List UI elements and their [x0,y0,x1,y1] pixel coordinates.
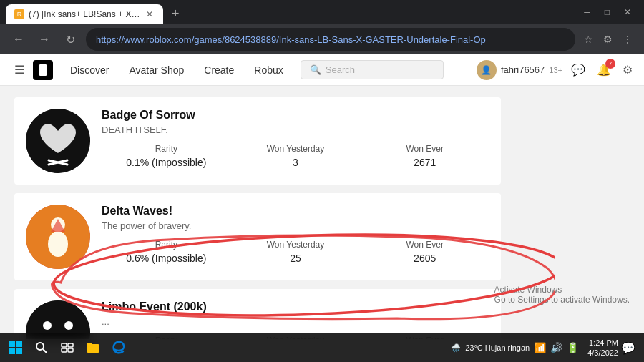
ever-label-2: Won Ever [360,240,489,250]
stat-yesterday-sorrow: Won Yesterday 3 [231,144,361,168]
yesterday-value: 3 [231,157,361,168]
svg-rect-26 [68,348,73,352]
badge-name-limbo: Limbo Event (200k) [102,300,489,313]
address-input[interactable] [86,28,575,51]
stat-ever-delta: Won Ever 2605 [360,240,489,264]
taskbar-right: 🌧️ 23°C Hujan ringan 📶 🔊 🔋 1:24 PM 4/3/2… [451,338,641,358]
svg-line-22 [43,349,47,353]
ever-value-2: 2605 [360,253,489,264]
username: fahri76567 [501,64,545,75]
badge-desc-limbo: ... [102,316,489,327]
new-tab-button[interactable]: + [166,4,185,24]
svg-rect-20 [16,348,22,354]
minimize-button[interactable]: ─ [577,4,597,20]
badge-image-sorrow [26,109,90,173]
yesterday-value-2: 25 [231,253,361,264]
stat-rarity-sorrow: Rarity 0.1% (Impossible) [102,144,231,168]
badge-desc-delta: The power of bravery. [102,220,489,231]
notification-center-icon[interactable]: 💬 [621,341,635,355]
svg-point-21 [36,343,44,350]
notification-badge: 7 [605,59,615,69]
svg-rect-23 [62,343,67,347]
wifi-icon: 📶 [534,342,546,353]
ever-value: 2671 [360,157,489,168]
more-icon[interactable]: ⋮ [620,31,635,48]
search-icon: 🔍 [310,64,321,75]
taskbar: 🌧️ 23°C Hujan ringan 📶 🔊 🔋 1:24 PM 4/3/2… [0,333,644,362]
nav-right: 👤 fahri76567 13+ 💬 🔔 7 ⚙ [477,60,635,80]
stat-rarity-delta: Rarity 0.6% (Impossible) [102,240,231,264]
nav-robux[interactable]: Robux [245,59,291,82]
close-button[interactable]: ✕ [617,4,638,20]
yesterday-label-2: Won Yesterday [231,240,361,250]
address-bar: ← → ↻ ☆ ⚙ ⋮ [0,24,644,54]
settings-button[interactable]: ⚙ [620,60,635,79]
badge-desc-sorrow: DEATH ITSELF. [102,124,489,135]
svg-rect-19 [9,348,15,354]
badge-info-delta: Delta Waves! The power of bravery. Rarit… [102,205,489,264]
yesterday-label: Won Yesterday [231,144,361,154]
badge-card-limbo: Limbo Event (200k) ... Rarity 0.0% (Impo… [14,289,501,339]
rarity-label-2: Rarity [102,240,231,250]
rarity-value-2: 0.6% (Impossible) [102,253,231,264]
weather-text: 23°C Hujan ringan [465,343,530,352]
badge-info-sorrow: Badge Of Sorrow DEATH ITSELF. Rarity 0.1… [102,109,489,168]
badge-card-delta: Delta Waves! The power of bravery. Rarit… [14,193,501,280]
svg-point-9 [43,321,52,330]
search-box[interactable]: 🔍 Search [301,60,444,79]
badge-name-delta: Delta Waves! [102,205,489,217]
stat-yesterday-delta: Won Yesterday 25 [231,240,361,264]
messages-button[interactable]: 💬 [568,60,588,79]
badge-stats-delta: Rarity 0.6% (Impossible) Won Yesterday 2… [102,240,489,264]
bookmark-icon[interactable]: ☆ [581,31,596,48]
age-label: 13+ [549,66,562,74]
rarity-label: Rarity [102,144,231,154]
system-tray: 🌧️ 23°C Hujan ringan 📶 🔊 🔋 [451,342,579,353]
hamburger-menu-icon[interactable]: ☰ [9,57,30,82]
svg-rect-17 [9,341,15,347]
nav-discover[interactable]: Discover [62,59,117,82]
maximize-button[interactable]: □ [597,4,617,20]
clock[interactable]: 1:24 PM 4/3/2022 [587,338,618,358]
nav-avatar-shop[interactable]: Avatar Shop [120,59,192,82]
user-avatar: 👤 [477,60,497,80]
roblox-logo[interactable] [33,60,53,80]
svg-point-6 [48,231,68,257]
forward-button[interactable]: → [34,29,54,49]
svg-point-10 [64,321,73,330]
badge-image-delta [26,205,90,269]
notifications-button[interactable]: 🔔 7 [594,60,614,79]
svg-rect-25 [62,348,67,352]
extension-icon[interactable]: ⚙ [600,31,615,48]
activate-line2: Go to Settings to activate Windows. [494,295,630,305]
nav-create[interactable]: Create [195,59,243,82]
svg-rect-18 [16,341,22,347]
ever-label: Won Ever [360,144,489,154]
file-explorer-button[interactable] [80,335,106,361]
task-view-button[interactable] [54,335,80,361]
refresh-button[interactable]: ↻ [60,29,80,49]
svg-rect-0 [39,64,47,76]
activate-line1: Activate Windows [494,285,630,295]
svg-rect-24 [68,343,73,347]
stat-ever-sorrow: Won Ever 2671 [360,144,489,168]
weather-icon: 🌧️ [451,343,461,353]
badge-name-sorrow: Badge Of Sorrow [102,109,489,122]
badge-card-sorrow: Badge Of Sorrow DEATH ITSELF. Rarity 0.1… [14,97,501,185]
volume-icon: 🔊 [550,342,562,353]
back-button[interactable]: ← [9,29,29,49]
search-placeholder: Search [326,64,355,75]
tab-title: (7) [Ink sans+ LB!Sans + X-GAS!... [29,9,140,19]
start-button[interactable] [3,335,29,361]
tab-favicon: R [14,9,24,19]
rarity-value: 0.1% (Impossible) [102,157,231,168]
date-display: 4/3/2022 [587,348,618,358]
edge-browser-button[interactable] [106,335,132,361]
badge-stats-sorrow: Rarity 0.1% (Impossible) Won Yesterday 3… [102,144,489,168]
battery-icon: 🔋 [567,342,579,353]
activate-windows-watermark: Activate Windows Go to Settings to activ… [494,285,630,305]
tab-close-button[interactable]: ✕ [145,8,155,21]
search-taskbar-button[interactable] [29,335,54,361]
time-display: 1:24 PM [587,338,618,348]
browser-tab[interactable]: R (7) [Ink sans+ LB!Sans + X-GAS!... ✕ [6,4,163,24]
